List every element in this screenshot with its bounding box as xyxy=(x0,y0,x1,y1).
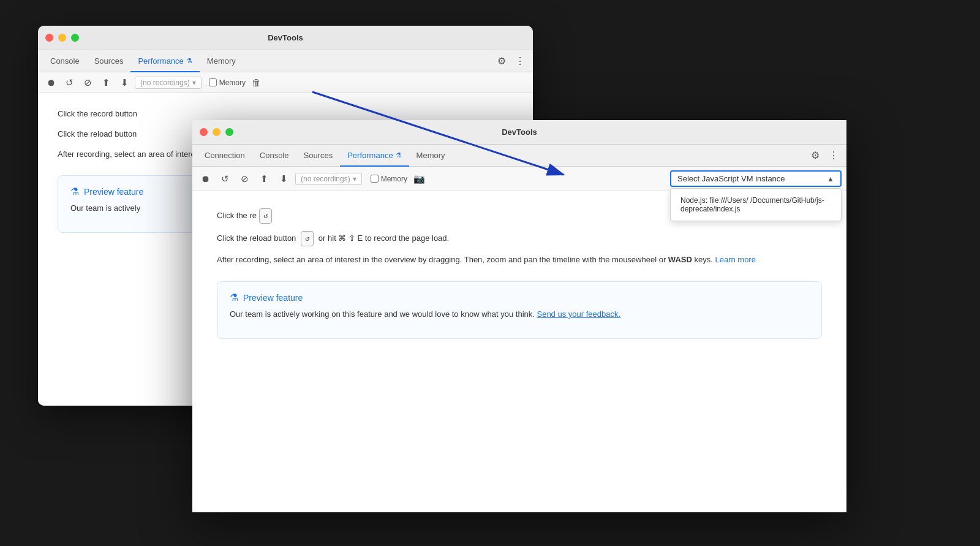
front-reload-btn[interactable]: ↺ xyxy=(217,171,233,187)
front-more-btn[interactable]: ⋮ xyxy=(826,148,842,164)
bg-settings-btn[interactable]: ⚙ xyxy=(494,53,510,69)
front-tab-performance[interactable]: Performance ⚗ xyxy=(340,145,409,167)
front-recordings-text: (no recordings) xyxy=(301,175,350,183)
bg-minimize-btn[interactable] xyxy=(58,34,66,42)
bg-performance-flask-icon: ⚗ xyxy=(186,57,192,65)
front-cancel-btn[interactable]: ⊘ xyxy=(236,171,252,187)
front-download-btn[interactable]: ⬇ xyxy=(276,171,292,187)
bg-more-btn[interactable]: ⋮ xyxy=(512,53,528,69)
bg-delete-btn[interactable]: 🗑 xyxy=(248,75,264,91)
front-settings-area: ⚙ ⋮ xyxy=(807,148,842,164)
front-vm-dropdown[interactable]: Select JavaScript VM instance ▲ xyxy=(670,170,842,187)
bg-tab-performance[interactable]: Performance ⚗ xyxy=(130,50,199,72)
bg-maximize-btn[interactable] xyxy=(71,34,79,42)
front-memory-check-input[interactable] xyxy=(371,175,379,183)
bg-preview-flask-icon: ⚗ xyxy=(70,186,79,197)
front-preview-title: ⚗ Preview feature xyxy=(230,292,809,303)
front-devtools-window: DevTools Connection Console Sources Perf… xyxy=(192,120,846,512)
front-dropdown-arrow-icon: ▾ xyxy=(353,175,356,183)
bg-tab-sources[interactable]: Sources xyxy=(87,50,131,72)
bg-titlebar: DevTools xyxy=(38,26,533,50)
front-feedback-link[interactable]: Send us your feedback. xyxy=(537,309,620,319)
bg-reload-btn[interactable]: ↺ xyxy=(61,75,77,91)
front-record-btn[interactable]: ⏺ xyxy=(197,171,213,187)
front-vm-dropdown-label: Select JavaScript VM instance xyxy=(677,174,785,183)
bg-close-btn[interactable] xyxy=(45,34,53,42)
front-reload-key-2: ↺ xyxy=(301,231,314,246)
front-maximize-btn[interactable] xyxy=(225,128,233,136)
bg-tabs: Console Sources Performance ⚗ Memory ⚙ ⋮ xyxy=(38,50,533,72)
front-toolbar: ⏺ ↺ ⊘ ⬆ ⬇ (no recordings) ▾ Memory 📷 Sel… xyxy=(192,167,846,191)
bg-tab-console[interactable]: Console xyxy=(43,50,87,72)
front-preview-body: Our team is actively working on this fea… xyxy=(230,308,809,321)
front-tab-sources[interactable]: Sources xyxy=(296,145,340,167)
bg-upload-btn[interactable]: ⬆ xyxy=(98,75,114,91)
front-vm-option-1[interactable]: Node.js: file:///Users/ /Documents/GitHu… xyxy=(671,191,841,218)
bg-cancel-btn[interactable]: ⊘ xyxy=(80,75,96,91)
bg-settings-area: ⚙ ⋮ xyxy=(494,53,528,69)
front-line2: Click the reload button ↺ or hit ⌘ ⇧ E t… xyxy=(217,231,822,246)
front-tabs: Connection Console Sources Performance ⚗… xyxy=(192,145,846,167)
front-traffic-lights xyxy=(200,128,233,136)
front-minimize-btn[interactable] xyxy=(213,128,221,136)
bg-tab-memory[interactable]: Memory xyxy=(200,50,243,72)
front-preview-box: ⚗ Preview feature Our team is actively w… xyxy=(217,281,822,339)
bg-recordings-dropdown[interactable]: (no recordings) ▾ xyxy=(135,77,202,89)
front-memory-checkbox[interactable]: Memory xyxy=(371,175,407,183)
front-window-title: DevTools xyxy=(502,127,537,137)
bg-traffic-lights xyxy=(45,34,79,42)
front-performance-flask-icon: ⚗ xyxy=(396,151,402,159)
bg-memory-check-input[interactable] xyxy=(209,78,217,86)
bg-memory-checkbox[interactable]: Memory xyxy=(209,78,246,87)
front-tab-connection[interactable]: Connection xyxy=(197,145,252,167)
front-upload-btn[interactable]: ⬆ xyxy=(256,171,272,187)
bg-dropdown-arrow-icon: ▾ xyxy=(192,78,196,87)
front-tab-console[interactable]: Console xyxy=(252,145,296,167)
bg-line1: Click the record button xyxy=(58,108,513,121)
bg-record-btn[interactable]: ⏺ xyxy=(43,75,59,91)
front-memory-label: Memory xyxy=(381,175,407,183)
bg-toolbar: ⏺ ↺ ⊘ ⬆ ⬇ (no recordings) ▾ Memory 🗑 xyxy=(38,72,533,93)
front-content: Click the re↺ Click the reload button ↺ … xyxy=(192,191,846,512)
front-vm-dropdown-menu: Node.js: file:///Users/ /Documents/GitHu… xyxy=(670,188,842,221)
front-close-btn[interactable] xyxy=(200,128,208,136)
bg-memory-label: Memory xyxy=(219,78,246,87)
bg-window-title: DevTools xyxy=(268,33,303,42)
bg-recordings-text: (no recordings) xyxy=(140,78,190,87)
front-tab-memory[interactable]: Memory xyxy=(409,145,453,167)
bg-download-btn[interactable]: ⬇ xyxy=(116,75,132,91)
front-vm-dropdown-arrow-icon: ▲ xyxy=(827,175,834,183)
front-vm-dropdown-wrapper: Select JavaScript VM instance ▲ Node.js:… xyxy=(670,170,842,187)
front-line3: After recording, select an area of inter… xyxy=(217,254,822,267)
front-titlebar: DevTools xyxy=(192,120,846,145)
front-preview-flask-icon: ⚗ xyxy=(230,292,238,303)
front-wasd-text: WASD xyxy=(668,255,692,264)
front-learn-more-link[interactable]: Learn more xyxy=(715,255,755,264)
front-settings-btn[interactable]: ⚙ xyxy=(807,148,823,164)
front-reload-key-icon: ↺ xyxy=(259,208,272,224)
front-recordings-dropdown[interactable]: (no recordings) ▾ xyxy=(295,173,362,185)
front-camera-btn[interactable]: 📷 xyxy=(411,171,427,187)
